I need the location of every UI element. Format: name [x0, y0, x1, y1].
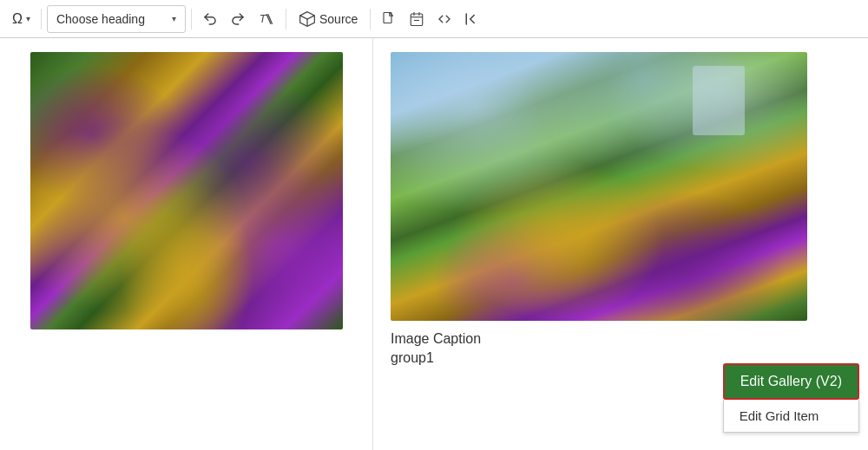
image-right: [391, 52, 807, 321]
heading-chevron-icon: ▾: [172, 14, 176, 23]
calendar-icon: [409, 11, 424, 27]
omega-chevron-icon: ▾: [26, 14, 30, 23]
heading-select[interactable]: Choose heading ▾: [47, 5, 186, 33]
source-label: Source: [319, 12, 358, 26]
code-icon: [437, 11, 452, 27]
undo-button[interactable]: [197, 5, 223, 33]
document-button[interactable]: [376, 5, 402, 33]
buttons-area: Edit Gallery (V2) Edit Grid Item: [723, 363, 859, 433]
separator-1: [41, 9, 42, 29]
edit-gallery-button[interactable]: Edit Gallery (V2): [723, 363, 859, 400]
source-icon: [299, 10, 316, 28]
svg-rect-6: [411, 14, 424, 26]
source-button[interactable]: Source: [292, 5, 365, 33]
omega-button[interactable]: Ω ▾: [7, 8, 36, 30]
caption-text: Image Caption: [391, 331, 851, 347]
back-icon: [464, 11, 480, 27]
svg-rect-5: [384, 12, 391, 23]
heading-select-label: Choose heading: [56, 12, 145, 26]
caption-area: Image Caption group1: [391, 331, 851, 366]
image-left: [30, 52, 343, 329]
code-button[interactable]: [431, 5, 457, 33]
content-area: Image Caption group1 Edit Gallery (V2) E…: [0, 38, 868, 450]
calendar-button[interactable]: [404, 5, 430, 33]
clear-format-button[interactable]: T: [253, 5, 280, 33]
document-icon: [381, 11, 397, 27]
back-button[interactable]: [459, 5, 485, 33]
omega-symbol: Ω: [12, 11, 23, 27]
undo-icon: [202, 11, 218, 27]
separator-4: [370, 9, 371, 29]
edit-grid-item-button[interactable]: Edit Grid Item: [723, 400, 859, 433]
right-panel: Image Caption group1 Edit Gallery (V2) E…: [373, 38, 868, 450]
svg-text:T: T: [260, 13, 267, 25]
clear-format-icon: T: [258, 10, 275, 28]
separator-2: [191, 9, 192, 29]
redo-icon: [230, 11, 246, 27]
left-panel: [0, 38, 373, 450]
toolbar: Ω ▾ Choose heading ▾ T Sourc: [0, 0, 868, 38]
separator-3: [286, 9, 286, 29]
redo-button[interactable]: [225, 5, 251, 33]
